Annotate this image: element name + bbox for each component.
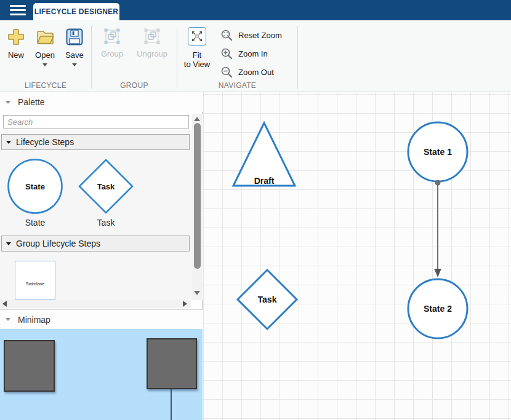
open-dropdown-caret-icon[interactable] <box>42 63 47 66</box>
palette-header[interactable]: Palette <box>0 92 203 112</box>
toolstrip-separator <box>177 26 177 89</box>
save-floppy-icon <box>65 27 84 47</box>
node-state2[interactable]: State 2 <box>406 277 469 340</box>
open-button[interactable]: Open <box>31 25 59 66</box>
reset-zoom-button[interactable]: Reset Zoom <box>220 27 296 43</box>
section-collapse-icon <box>6 242 11 245</box>
minimap-title: Minimap <box>18 315 50 325</box>
palette-panel: Palette Lifecycle Steps State State Task… <box>0 92 203 420</box>
open-button-label: Open <box>35 51 55 60</box>
palette-horizontal-scrollbar[interactable] <box>0 299 191 308</box>
new-document-icon <box>6 27 26 47</box>
scroll-up-arrow-icon[interactable] <box>194 117 200 121</box>
zoom-in-label: Zoom In <box>238 49 268 58</box>
toolstrip: New Open Save <box>0 20 511 92</box>
toolstrip-separator <box>91 26 92 89</box>
node-state1[interactable]: State 1 <box>406 121 469 183</box>
group-button[interactable]: Group <box>94 25 130 58</box>
palette-item-task[interactable]: Task <box>78 158 134 215</box>
hamburger-menu-icon[interactable] <box>10 5 26 15</box>
save-button[interactable]: Save <box>60 25 89 66</box>
ungroup-objects-icon <box>143 27 161 46</box>
edge-state1-to-state2[interactable] <box>431 178 445 281</box>
open-folder-icon <box>35 27 55 47</box>
new-button[interactable]: New <box>2 25 30 60</box>
scroll-left-arrow-icon[interactable] <box>2 301 7 307</box>
fit-to-view-label-line1: Fit <box>193 50 201 60</box>
palette-item-swimlane[interactable]: Swimlane <box>15 261 55 299</box>
section-title: Lifecycle Steps <box>16 137 74 147</box>
section-header-lifecycle-steps[interactable]: Lifecycle Steps <box>1 134 190 150</box>
group-button-label: Group <box>101 50 123 58</box>
fit-to-view-button[interactable]: Fit to View <box>180 25 214 69</box>
zoom-out-icon <box>220 66 233 78</box>
group-objects-icon <box>103 27 121 46</box>
minimap-edge <box>171 389 172 420</box>
minimap-header[interactable]: Minimap <box>0 309 203 329</box>
app-window: LIFECYCLE DESIGNER New Open <box>0 0 511 420</box>
palette-item-state-label: State <box>7 218 63 228</box>
zoom-in-button[interactable]: Zoom In <box>220 46 296 61</box>
zoom-out-button[interactable]: Zoom Out <box>220 64 296 80</box>
reset-zoom-label: Reset Zoom <box>238 31 282 40</box>
navigate-group-label: NAVIGATE <box>177 81 297 90</box>
minimap-view[interactable] <box>0 329 203 420</box>
save-button-label: Save <box>65 51 84 60</box>
minimap-node <box>147 338 197 389</box>
scrollbar-thumb[interactable] <box>194 123 201 269</box>
section-title: Group Lifecycle Steps <box>16 239 100 248</box>
tab-lifecycle-designer[interactable]: LIFECYCLE DESIGNER <box>33 3 119 20</box>
fit-to-view-icon <box>188 27 206 46</box>
zoom-in-icon <box>220 47 233 60</box>
section-collapse-icon <box>6 141 11 144</box>
palette-item-task-label: Task <box>78 218 134 228</box>
lifecycle-group-label: LIFECYCLE <box>0 81 91 90</box>
edge-arrowhead-icon <box>434 269 441 277</box>
diagram-canvas[interactable]: Draft State 1 Task <box>203 92 511 420</box>
node-draft[interactable]: Draft <box>231 121 297 188</box>
toolstrip-separator <box>297 26 298 89</box>
fit-to-view-label-line2: to View <box>184 60 210 69</box>
palette-title: Palette <box>18 97 45 107</box>
edge-source-dot-icon <box>435 180 441 186</box>
ungroup-button[interactable]: Ungroup <box>131 25 174 58</box>
section-header-group-lifecycle-steps[interactable]: Group Lifecycle Steps <box>1 236 190 252</box>
palette-search-input[interactable] <box>3 115 189 129</box>
node-task[interactable]: Task <box>236 268 299 331</box>
group-group-label: GROUP <box>92 81 177 90</box>
save-dropdown-caret-icon[interactable] <box>72 63 77 66</box>
zoom-out-label: Zoom Out <box>238 68 274 77</box>
palette-item-swimlane-shape-text: Swimlane <box>15 282 55 286</box>
collapse-chevron-icon <box>6 101 10 104</box>
minimap-node <box>4 340 55 392</box>
scroll-right-arrow-icon[interactable] <box>183 301 187 307</box>
ungroup-button-label: Ungroup <box>137 50 167 58</box>
new-button-label: New <box>8 51 24 60</box>
title-bar: LIFECYCLE DESIGNER <box>0 0 511 20</box>
palette-vertical-scrollbar[interactable] <box>192 114 203 300</box>
collapse-chevron-icon <box>6 318 10 321</box>
palette-item-state[interactable]: State <box>7 158 63 215</box>
reset-zoom-icon <box>220 29 233 41</box>
scroll-down-arrow-icon[interactable] <box>194 291 200 295</box>
